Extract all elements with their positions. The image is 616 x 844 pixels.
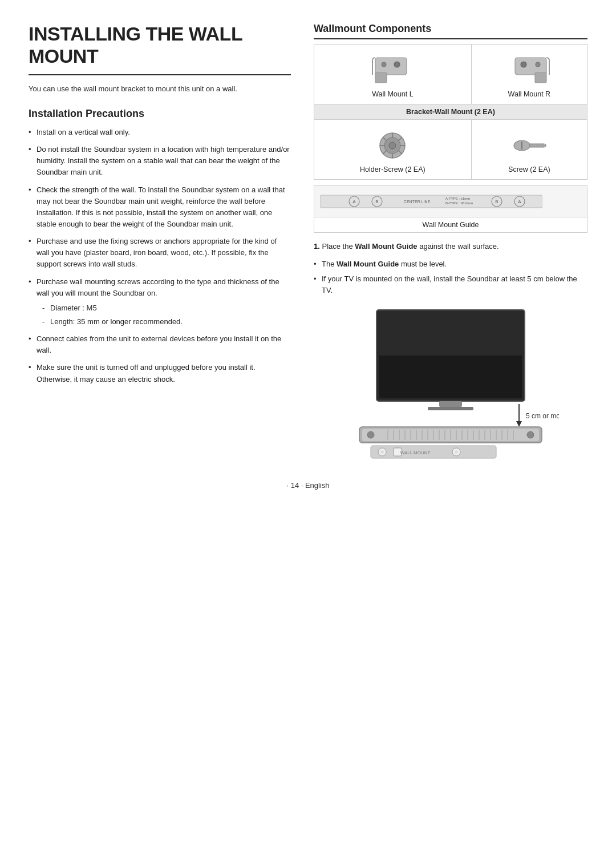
list-item: Connect cables from the unit to external… xyxy=(29,333,291,356)
tv-illustration: 5 cm or more xyxy=(314,304,587,464)
step1-text: 1. Place the Wall Mount Guide against th… xyxy=(314,241,587,253)
svg-text:A-TYPE : ±1mm: A-TYPE : ±1mm xyxy=(445,197,470,200)
wall-mount-r-image xyxy=(476,50,582,90)
svg-point-77 xyxy=(380,450,384,454)
svg-point-6 xyxy=(521,62,526,67)
step-bullets-list: The Wall Mount Guide must be level. If y… xyxy=(314,259,587,296)
svg-point-3 xyxy=(394,62,400,67)
wall-mount-l-cell: Wall Mount L xyxy=(314,45,472,104)
svg-text:B: B xyxy=(495,199,498,204)
svg-rect-44 xyxy=(428,407,473,410)
holder-screw-cell: Holder-Screw (2 EA) xyxy=(314,120,472,180)
list-item: Purchase wall mounting screws according … xyxy=(29,276,291,328)
screw-label: Screw (2 EA) xyxy=(476,165,582,173)
left-section-title: Installation Precautions xyxy=(29,108,291,120)
svg-text:B-TYPE : 36.0mm: B-TYPE : 36.0mm xyxy=(445,201,473,205)
list-item: Check the strength of the wall. To insta… xyxy=(29,184,291,231)
precaution-list: Install on a vertical wall only. Do not … xyxy=(29,127,291,385)
svg-text:B: B xyxy=(375,199,378,204)
step-bullet-2: If your TV is mounted on the wall, insta… xyxy=(314,273,587,296)
svg-rect-75 xyxy=(371,446,496,458)
page-wrapper: INSTALLING THE WALL MOUNT You can use th… xyxy=(29,23,587,464)
sub-list-item: Length: 35 mm or longer recommended. xyxy=(42,316,291,328)
holder-screw-image xyxy=(319,126,467,165)
svg-rect-1 xyxy=(375,72,387,83)
wall-mount-l-image xyxy=(319,50,467,90)
guide-label: Wall Mount Guide xyxy=(314,217,587,232)
table-row-images: Wall Mount L xyxy=(314,45,587,104)
footer-text: · 14 · English xyxy=(286,481,329,490)
svg-text:WALL MOUNT: WALL MOUNT xyxy=(400,450,431,455)
bracket-row: Bracket-Wall Mount (2 EA) xyxy=(314,104,587,120)
right-section-title: Wallmount Components xyxy=(314,23,587,39)
svg-text:CENTER LINE: CENTER LINE xyxy=(404,200,431,204)
tv-svg: 5 cm or more xyxy=(342,304,559,464)
left-column: INSTALLING THE WALL MOUNT You can use th… xyxy=(29,23,291,464)
screw-cell: Screw (2 EA) xyxy=(471,120,587,180)
guide-strip: CENTER LINE A-TYPE : ±1mm B-TYPE : 36.0m… xyxy=(314,186,587,217)
wall-mount-r-label: Wall Mount R xyxy=(476,90,582,98)
svg-rect-5 xyxy=(535,72,546,83)
wall-mount-r-cell: Wall Mount R xyxy=(471,45,587,104)
svg-point-51 xyxy=(527,431,534,438)
svg-text:5 cm or more: 5 cm or more xyxy=(526,412,559,420)
svg-marker-46 xyxy=(516,421,522,427)
svg-point-10 xyxy=(389,142,396,149)
svg-point-50 xyxy=(367,431,374,438)
svg-rect-42 xyxy=(379,313,522,356)
list-item: Install on a vertical wall only. xyxy=(29,127,291,138)
screw-image xyxy=(476,126,582,165)
sub-list: Diameter : M5 Length: 35 mm or longer re… xyxy=(37,302,291,328)
list-item: Make sure the unit is turned off and unp… xyxy=(29,362,291,385)
holder-screw-label: Holder-Screw (2 EA) xyxy=(319,165,467,173)
svg-text:A: A xyxy=(518,199,521,204)
bracket-label: Bracket-Wall Mount (2 EA) xyxy=(314,104,587,120)
right-column: Wallmount Components xyxy=(314,23,587,464)
page-footer: · 14 · English xyxy=(29,481,587,490)
list-item: Purchase and use the fixing screws or an… xyxy=(29,236,291,270)
svg-rect-43 xyxy=(439,401,462,407)
svg-text:A: A xyxy=(352,199,356,204)
page-title: INSTALLING THE WALL MOUNT xyxy=(29,23,291,75)
components-table: Wall Mount L xyxy=(314,44,587,180)
guide-container: CENTER LINE A-TYPE : ±1mm B-TYPE : 36.0m… xyxy=(314,185,587,233)
step-bullet-1: The Wall Mount Guide must be level. xyxy=(314,259,587,270)
intro-text: You can use the wall mount bracket to mo… xyxy=(29,83,291,95)
svg-point-80 xyxy=(455,450,458,454)
table-row-screws: Holder-Screw (2 EA) xyxy=(314,120,587,180)
list-item: Do not install the Soundbar system in a … xyxy=(29,144,291,178)
sub-list-item: Diameter : M5 xyxy=(42,302,291,314)
step-number: 1. xyxy=(314,242,320,251)
svg-point-2 xyxy=(382,62,386,67)
wall-mount-l-label: Wall Mount L xyxy=(319,90,467,98)
svg-point-7 xyxy=(536,62,540,67)
